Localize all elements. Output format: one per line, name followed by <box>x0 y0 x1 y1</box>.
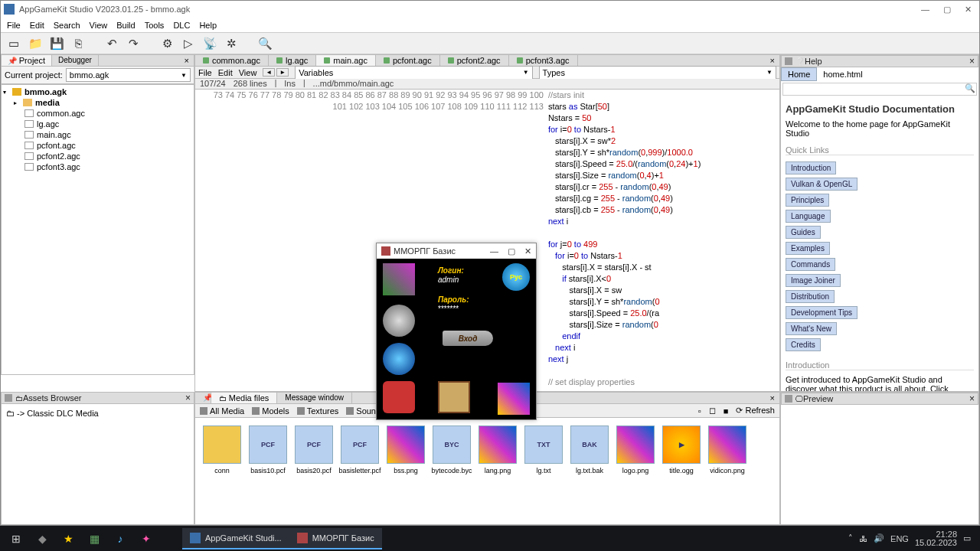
menu-build[interactable]: Build <box>116 21 135 30</box>
quick-link[interactable]: Image Joiner <box>786 274 841 287</box>
run-icon[interactable]: ▷ <box>180 35 197 52</box>
media-item[interactable]: logo.png <box>613 425 658 517</box>
view-medium-icon[interactable]: ◻ <box>709 406 716 416</box>
quick-link[interactable]: Examples <box>786 242 830 255</box>
quick-link[interactable]: Distribution <box>786 290 835 303</box>
close-media-icon[interactable]: × <box>766 393 779 403</box>
file-tab-active[interactable]: main.agc <box>316 55 376 66</box>
debug-icon[interactable]: ✲ <box>223 35 240 52</box>
help-search-input[interactable] <box>783 83 964 95</box>
menu-search[interactable]: Search <box>54 21 80 30</box>
taskbar-icon[interactable]: ♪ <box>107 528 133 549</box>
quick-link[interactable]: Guides <box>786 226 821 239</box>
view-small-icon[interactable]: ▫ <box>698 406 701 416</box>
variables-dropdown[interactable]: Variables▼ <box>295 66 532 80</box>
taskbar-icon[interactable]: ◆ <box>29 528 55 549</box>
login-value[interactable]: admin <box>438 276 459 284</box>
pin-icon[interactable] <box>785 395 792 403</box>
media-item[interactable]: ▶title.ogg <box>659 425 704 517</box>
enter-button[interactable]: Вход <box>443 331 493 346</box>
tab-message-window[interactable]: Message window <box>277 393 352 403</box>
help-home-button[interactable]: Home <box>781 67 817 81</box>
new-project-icon[interactable]: ▭ <box>5 35 22 52</box>
refresh-button[interactable]: ⟳ Refresh <box>736 406 775 416</box>
menu-tools[interactable]: Tools <box>145 21 165 30</box>
tab-media-files[interactable]: 🗀 Media files <box>211 393 277 403</box>
menu-view[interactable]: View <box>90 21 108 30</box>
close-tab-icon[interactable]: × <box>766 55 779 66</box>
menu-file[interactable]: File <box>7 21 21 30</box>
maximize-icon[interactable]: ▢ <box>943 5 951 15</box>
tree-file[interactable]: common.agc <box>3 108 192 119</box>
tray-network-icon[interactable]: 🖧 <box>859 534 867 543</box>
game-minimize-icon[interactable]: — <box>490 246 498 256</box>
menu-dlc[interactable]: DLC <box>173 21 190 30</box>
close-preview-icon[interactable]: × <box>969 393 975 404</box>
lang-globe-button[interactable]: Рус <box>502 263 530 291</box>
pin-icon[interactable] <box>5 394 12 402</box>
assets-item[interactable]: 🗀 -> Classic DLC Media <box>6 409 189 418</box>
taskbar-icon[interactable]: ✦ <box>133 528 159 549</box>
quick-link[interactable]: What's New <box>786 322 837 335</box>
menu-edit[interactable]: Edit <box>30 21 44 30</box>
media-item[interactable]: TXTlg.txt <box>521 425 566 517</box>
quick-link[interactable]: Commands <box>786 258 835 271</box>
filter-all-media[interactable]: All Media <box>200 406 244 416</box>
tray-volume-icon[interactable]: 🔊 <box>874 533 884 543</box>
file-tab[interactable]: common.agc <box>195 55 269 66</box>
tree-file[interactable]: pcfont2.agc <box>3 151 192 161</box>
game-window[interactable]: ММОРПГ Базис — ▢ ✕ Рус Логин: admin Паро… <box>376 243 537 420</box>
quick-link[interactable]: Vulkan & OpenGL <box>786 178 858 191</box>
menu-help[interactable]: Help <box>199 21 217 30</box>
tab-project[interactable]: 📌 Project <box>2 55 52 66</box>
minimize-icon[interactable]: — <box>921 5 929 15</box>
media-item[interactable]: conn <box>200 425 244 517</box>
quick-link[interactable]: Principles <box>786 194 829 207</box>
media-item[interactable]: BYCbytecode.byc <box>430 425 474 517</box>
save-icon[interactable]: 💾 <box>48 35 65 52</box>
file-tab[interactable]: pcfont3.agc <box>509 55 578 66</box>
pin-icon[interactable]: 📌 <box>195 393 211 403</box>
view-large-icon[interactable]: ■ <box>724 406 729 416</box>
tree-file[interactable]: pcfont3.agc <box>3 161 192 172</box>
file-tab[interactable]: lg.agc <box>269 55 316 66</box>
quick-link[interactable]: Language <box>786 210 831 223</box>
tab-debugger[interactable]: Debugger <box>52 55 99 66</box>
nav-fwd-icon[interactable]: ► <box>276 68 289 77</box>
filter-models[interactable]: Models <box>252 406 289 416</box>
tree-file[interactable]: main.agc <box>3 129 192 140</box>
media-item[interactable]: PCFbasisletter.pcf <box>338 425 382 517</box>
project-tree[interactable]: bmmo.agk media common.agc lg.agc main.ag… <box>1 84 194 375</box>
close-icon[interactable]: ✕ <box>965 5 972 15</box>
file-tab[interactable]: pcfont2.agc <box>440 55 509 66</box>
search-icon[interactable]: 🔍 <box>256 35 273 52</box>
save-all-icon[interactable]: ⎘ <box>70 35 87 52</box>
quick-link[interactable]: Introduction <box>786 161 836 174</box>
tray-lang[interactable]: ENG <box>890 534 909 543</box>
media-item[interactable]: PCFbasis20.pcf <box>292 425 336 517</box>
undo-icon[interactable]: ↶ <box>103 35 120 52</box>
taskbar-icon[interactable]: ★ <box>55 528 81 549</box>
media-item[interactable]: bss.png <box>384 425 428 517</box>
tray-chevron-icon[interactable]: ˄ <box>848 533 853 543</box>
tray-notifications-icon[interactable]: ▭ <box>963 533 971 543</box>
current-project-dropdown[interactable]: bmmo.agk▼ <box>66 68 191 82</box>
password-value[interactable]: ******* <box>438 305 459 313</box>
game-maximize-icon[interactable]: ▢ <box>508 246 515 256</box>
pin-icon[interactable] <box>785 57 792 65</box>
editor-menu-view[interactable]: View <box>239 68 257 77</box>
tray-clock[interactable]: 21:2815.02.2023 <box>915 530 957 547</box>
nav-back-icon[interactable]: ◄ <box>263 68 275 77</box>
tree-file[interactable]: lg.agc <box>3 119 192 129</box>
media-item[interactable]: lang.png <box>475 425 520 517</box>
media-item[interactable]: vidicon.png <box>705 425 750 517</box>
filter-textures[interactable]: Textures <box>297 406 339 416</box>
broadcast-icon[interactable]: 📡 <box>201 35 218 52</box>
file-tab[interactable]: pcfont.agc <box>376 55 440 66</box>
open-project-icon[interactable]: 📁 <box>27 35 44 52</box>
tree-root[interactable]: bmmo.agk <box>3 86 192 97</box>
quick-link[interactable]: Credits <box>786 338 821 351</box>
taskbar-app-agk[interactable]: AppGameKit Studi... <box>182 528 289 549</box>
taskbar-app-game[interactable]: ММОРПГ Базис <box>289 528 382 549</box>
media-item[interactable]: PCFbasis10.pcf <box>246 425 290 517</box>
